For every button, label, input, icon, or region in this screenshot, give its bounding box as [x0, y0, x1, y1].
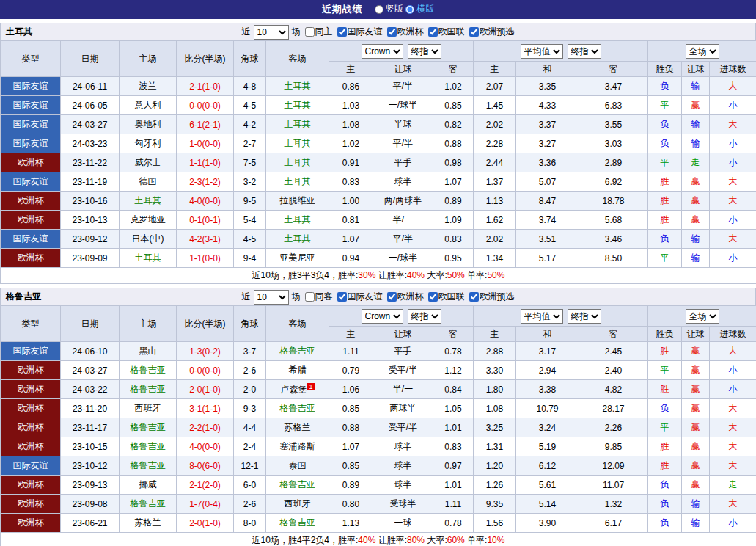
asia-odds-header: Crown终指: [329, 306, 474, 327]
score-cell: 0-0(0-0): [177, 361, 234, 380]
goals-result-cell: 小: [710, 211, 756, 230]
euro-away-odds-cell: 9.85: [579, 437, 648, 456]
euro-away-odds-cell: 5.68: [579, 211, 648, 230]
asia-home-odds-cell: 0.88: [329, 418, 373, 437]
wdl-result-cell: 平: [648, 249, 682, 268]
competition-filter[interactable]: 欧国联: [428, 26, 465, 38]
score-cell: 2-3(1-2): [177, 172, 234, 192]
home-team-cell: 格鲁吉亚: [120, 437, 177, 456]
competition-checkbox[interactable]: [387, 27, 397, 37]
away-team-name: 拉脱维亚: [280, 195, 315, 205]
asia-home-odds-cell: 0.81: [329, 211, 373, 230]
europe-stage-select[interactable]: 终指: [568, 309, 601, 324]
europe-stage-select[interactable]: 终指: [568, 44, 601, 59]
summary-segment: 60%: [447, 535, 465, 545]
asia-away-odds-cell: 0.84: [433, 380, 474, 399]
asia-stage-select[interactable]: 终指: [408, 44, 441, 59]
wdl-result-cell: 胜: [648, 342, 682, 361]
goals-result-cell: 大: [710, 342, 756, 361]
competition-checkbox[interactable]: [387, 292, 397, 302]
average-select[interactable]: 平均值: [521, 44, 563, 59]
handicap-cell: 一/球半: [373, 96, 433, 115]
table-row: 欧洲杯23-11-20西班牙3-1(1-1)9-3格鲁吉亚0.85两球半1.05…: [1, 399, 756, 418]
handicap-cell: 一/球半: [373, 249, 433, 268]
competition-filter[interactable]: 欧国联: [428, 291, 465, 303]
competition-cell: 欧洲杯: [1, 437, 61, 456]
competition-checkbox[interactable]: [469, 292, 479, 302]
competition-checkbox[interactable]: [428, 292, 438, 302]
away-team-name: 卢森堡: [280, 385, 307, 395]
handicap-result-cell: 赢: [682, 476, 710, 495]
euro-home-odds-cell: 1.45: [474, 96, 516, 115]
bookmaker-select[interactable]: Crown: [362, 44, 403, 59]
away-team-cell: 土耳其: [266, 134, 329, 153]
venue-filter[interactable]: 同主: [305, 26, 333, 38]
away-team-cell: 亚美尼亚: [266, 249, 329, 268]
competition-cell: 国际友谊: [1, 115, 61, 134]
vertical-layout-radio[interactable]: [375, 5, 383, 14]
col-header-3: 比分(半场): [177, 41, 234, 77]
handicap-cell: 半/一: [373, 380, 433, 399]
competition-filter[interactable]: 国际友谊: [337, 291, 383, 303]
competition-filter[interactable]: 欧洲杯: [387, 26, 424, 38]
wdl-result-cell: 负: [648, 115, 682, 134]
competition-label: 国际友谊: [348, 291, 383, 303]
table-row: 欧洲杯23-10-15格鲁吉亚4-0(0-0)2-4塞浦路斯1.07球半0.83…: [1, 437, 756, 456]
away-team-cell: 拉脱维亚: [266, 192, 329, 211]
home-team-cell: 土耳其: [120, 192, 177, 211]
asia-away-odds-cell: 1.12: [433, 361, 474, 380]
competition-cell: 国际友谊: [1, 456, 61, 476]
corners-cell: 4-8: [234, 77, 266, 96]
date-cell: 24-06-05: [61, 96, 120, 115]
euro-away-odds-cell: 6.83: [579, 96, 648, 115]
competition-label: 欧洲预选: [480, 26, 515, 38]
venue-filter[interactable]: 同客: [305, 291, 333, 303]
score-cell: 1-0(0-0): [177, 134, 234, 153]
euro-draw-odds-cell: 5.61: [516, 476, 579, 495]
average-select[interactable]: 平均值: [521, 309, 563, 324]
home-team-cell: 匈牙利: [120, 134, 177, 153]
venue-checkbox[interactable]: [305, 292, 315, 302]
sub-col-header: 进球数: [710, 62, 756, 77]
wdl-result-cell: 胜: [648, 192, 682, 211]
table-body: 国际友谊24-06-10黑山1-3(0-2)3-7格鲁吉亚1.11平手0.782…: [1, 342, 756, 533]
euro-away-odds-cell: 3.46: [579, 230, 648, 249]
horizontal-layout-radio[interactable]: [405, 5, 414, 14]
competition-filter[interactable]: 欧洲预选: [469, 26, 515, 38]
competition-filter[interactable]: 国际友谊: [337, 26, 383, 38]
sub-col-header: 主: [329, 62, 373, 77]
asia-home-odds-cell: 0.94: [329, 249, 373, 268]
handicap-result-cell: 输: [682, 495, 710, 514]
competition-checkbox[interactable]: [337, 27, 347, 37]
match-count-select[interactable]: 10: [254, 290, 289, 305]
euro-draw-odds-cell: 4.33: [516, 96, 579, 115]
away-team-name: 格鲁吉亚: [280, 479, 315, 489]
venue-checkbox[interactable]: [305, 27, 315, 37]
layout-option-horizontal[interactable]: 横版: [405, 3, 434, 15]
bookmaker-select[interactable]: Crown: [362, 309, 403, 324]
sub-col-header: 主: [474, 327, 516, 342]
table-row: 欧洲杯23-10-16土耳其4-0(0-0)9-5拉脱维亚1.00两/两球半0.…: [1, 192, 756, 211]
asia-stage-select[interactable]: 终指: [408, 309, 441, 324]
sub-col-header: 让球: [373, 62, 433, 77]
scope-select[interactable]: 全场: [686, 44, 719, 59]
handicap-result-cell: 输: [682, 134, 710, 153]
goals-result-cell: 大: [710, 77, 756, 96]
scope-select[interactable]: 全场: [686, 309, 719, 324]
asia-away-odds-cell: 0.83: [433, 437, 474, 456]
layout-option-vertical[interactable]: 竖版: [375, 3, 403, 15]
handicap-cell: 球半: [373, 456, 433, 476]
date-cell: 23-11-20: [61, 399, 120, 418]
competition-checkbox[interactable]: [469, 27, 479, 37]
sub-col-header: 客: [579, 62, 648, 77]
competition-filter[interactable]: 欧洲预选: [469, 291, 515, 303]
competition-checkbox[interactable]: [337, 292, 347, 302]
away-team-name: 亚美尼亚: [280, 252, 315, 263]
match-count-select[interactable]: 10: [254, 25, 289, 40]
competition-checkbox[interactable]: [428, 27, 438, 37]
goals-result-cell: 大: [710, 115, 756, 134]
score-cell: 4-0(0-0): [177, 192, 234, 211]
competition-filter[interactable]: 欧洲杯: [387, 291, 424, 303]
team-section: 土耳其近10场同主国际友谊欧洲杯欧国联欧洲预选类型日期主场比分(半场)角球客场C…: [0, 23, 756, 284]
sub-col-header: 进球数: [710, 327, 756, 342]
